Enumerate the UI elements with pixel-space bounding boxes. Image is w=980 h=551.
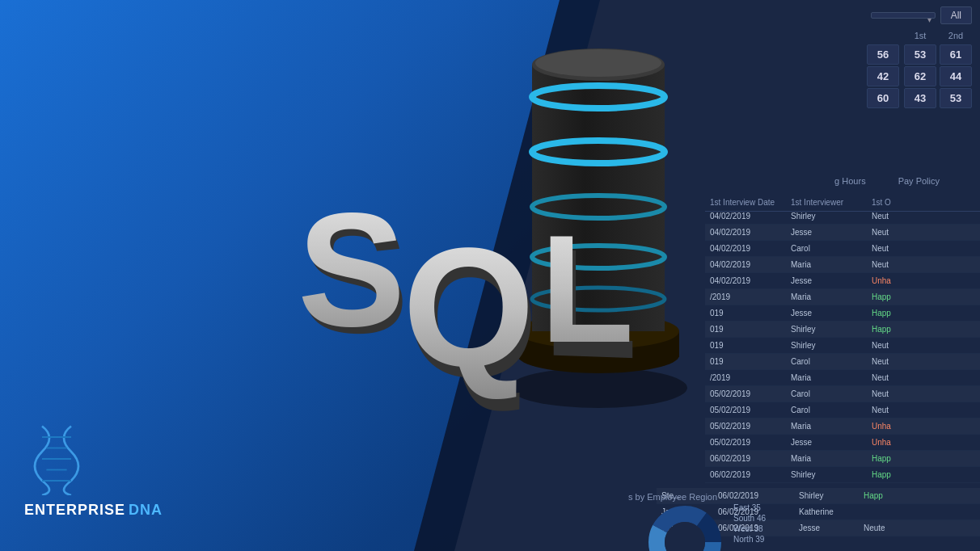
td-outcome: Neut [867, 226, 915, 238]
table-row: 019 Shirley Neut [705, 338, 980, 354]
th-outcome: 1st O [867, 196, 915, 208]
table-row: 05/02/2019 Carol Neut [705, 402, 980, 419]
s-letter: S [298, 179, 405, 360]
table-row: 04/02/2019 Maria Neut [705, 257, 980, 273]
filter-all-button[interactable]: All [940, 6, 972, 24]
table-row: /2019 Maria Happ [705, 289, 980, 305]
table-row: 04/02/2019 Carol Neut [705, 241, 980, 257]
donut-chart [644, 502, 725, 551]
table-row: 04/02/2019 Jesse Unha [705, 273, 980, 289]
logo-enterprise: ENTERPRISE [24, 502, 125, 519]
chart-title: s by Employee Region [628, 492, 814, 502]
score-header-1st: 1st [904, 31, 936, 40]
score-pair-0-1st: 53 [904, 44, 936, 65]
chart-area: s by Employee Region East 35 South 46 We… [628, 492, 814, 507]
db-top-highlight [535, 49, 661, 77]
l-letter: L [540, 203, 634, 374]
legend-west: West 38 [733, 524, 766, 533]
filter-bar: All [871, 6, 972, 24]
table-row: 05/02/2019 Maria Unha [705, 419, 980, 435]
table-body: 04/02/2019 Shirley Neut 04/02/2019 Jesse… [705, 208, 980, 483]
table-row: 06/02/2019 Maria Happ [705, 451, 980, 467]
score-val-1: 56 [867, 44, 899, 65]
table-row: 019 Shirley Happ [705, 322, 980, 338]
working-hours-label: g Hours [834, 176, 866, 186]
q-letter: Q [403, 212, 534, 402]
td-outcome: Neut [867, 210, 915, 222]
legend-north: North 39 [733, 535, 766, 544]
table-row: 019 Carol Neut [705, 354, 980, 370]
score-header-2nd: 2nd [940, 31, 972, 40]
td-interviewer: Shirley [786, 210, 867, 222]
chart-legend: East 35 South 46 West 38 North 39 [733, 503, 766, 544]
table-row: 04/02/2019 Jesse Neut [705, 225, 980, 241]
pay-policy-label: Pay Policy [898, 176, 940, 186]
table-row: 05/02/2019 Jesse Unha [705, 435, 980, 451]
score-pair-1-1st: 62 [904, 66, 936, 86]
katherine-cell: Katherine [794, 506, 859, 518]
dna-helix-icon [24, 423, 89, 495]
filter-dropdown[interactable] [871, 12, 936, 19]
score-pair-0-2nd: 61 [940, 44, 972, 65]
logo-dna: DNA [129, 502, 163, 519]
table-row: 05/02/2019 Carol Neut [705, 386, 980, 402]
table-row: 019 Jesse Happ [705, 305, 980, 322]
sql-letters: S S Q Q L L [283, 178, 736, 485]
logo-text: ENTERPRISE DNA [24, 502, 163, 519]
logo-area: ENTERPRISE DNA [24, 423, 163, 519]
score-val-3: 60 [867, 88, 899, 108]
td-interviewer: Jesse [786, 226, 867, 238]
score-val-2: 42 [867, 66, 899, 86]
table-row: 06/02/2019 Shirley Happ [705, 467, 980, 483]
table-row: /2019 Maria Neut [705, 370, 980, 386]
table-row: 04/02/2019 Shirley Neut [705, 208, 980, 225]
score-pair-2-1st: 43 [904, 88, 936, 108]
legend-south: South 46 [733, 514, 766, 523]
score-pair-1-2nd: 44 [940, 66, 972, 86]
section-labels-row: g Hours Pay Policy [834, 176, 940, 186]
th-interviewer: 1st Interviewer [786, 196, 867, 208]
legend-east: East 35 [733, 503, 766, 512]
score-pair-2-2nd: 53 [940, 88, 972, 108]
